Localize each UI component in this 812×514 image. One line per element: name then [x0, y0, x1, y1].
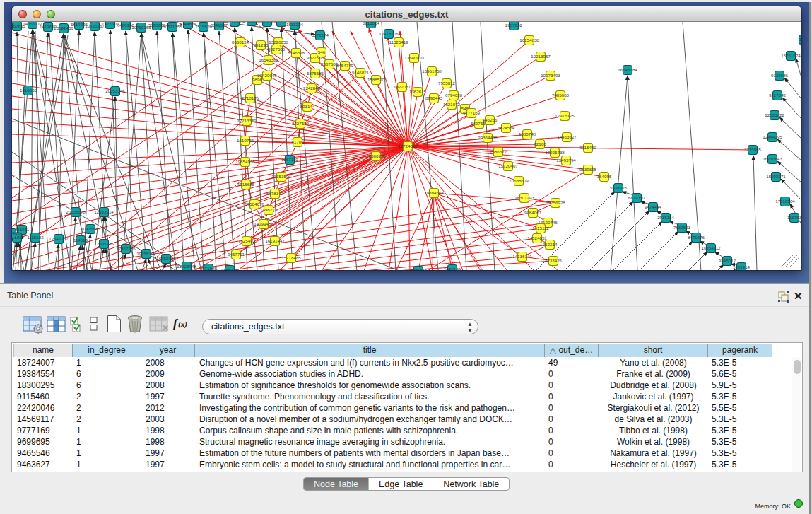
svg-text:16191447: 16191447	[265, 238, 285, 243]
svg-text:9896: 9896	[252, 77, 262, 82]
svg-text:3215955: 3215955	[744, 147, 762, 152]
svg-text:746266: 746266	[483, 117, 498, 122]
svg-text:2718176: 2718176	[242, 95, 259, 100]
svg-text:19654935: 19654935	[235, 159, 255, 164]
svg-text:13640910: 13640910	[404, 55, 424, 60]
svg-text:20206578: 20206578	[66, 209, 86, 214]
svg-text:114519: 114519	[73, 238, 88, 243]
svg-text:10973493: 10973493	[541, 73, 560, 78]
svg-text:2935114: 2935114	[657, 215, 674, 220]
svg-text:1499914: 1499914	[733, 264, 751, 269]
svg-text:2571945: 2571945	[200, 266, 218, 270]
svg-text:7485063: 7485063	[552, 93, 570, 98]
svg-text:15692971: 15692971	[766, 174, 786, 179]
svg-text:13353594: 13353594	[271, 174, 291, 179]
svg-text:164095: 164095	[597, 174, 612, 179]
svg-text:4668136: 4668136	[221, 267, 239, 270]
svg-text:9227342: 9227342	[769, 93, 787, 98]
svg-text:1527602: 1527602	[102, 22, 119, 26]
svg-text:12342757: 12342757	[49, 236, 69, 241]
svg-text:8990443: 8990443	[425, 95, 443, 100]
svg-text:1916685: 1916685	[237, 182, 255, 187]
svg-text:8454749: 8454749	[336, 63, 354, 68]
svg-text:(x): (x)	[178, 320, 187, 329]
svg-text:9474444: 9474444	[645, 204, 662, 209]
svg-text:3824554: 3824554	[498, 125, 515, 130]
svg-text:12418506: 12418506	[379, 31, 399, 36]
svg-text:14463627: 14463627	[557, 134, 577, 139]
svg-text:1498222: 1498222	[260, 207, 278, 212]
svg-text:12505135: 12505135	[94, 241, 114, 246]
svg-text:11325419: 11325419	[389, 40, 408, 45]
svg-text:3572274: 3572274	[312, 33, 329, 37]
svg-text:12444195: 12444195	[763, 134, 782, 139]
svg-text:9245012: 9245012	[719, 258, 736, 263]
svg-text:9329986: 9329986	[771, 73, 789, 78]
svg-text:16210643: 16210643	[763, 156, 782, 161]
svg-text:8427552: 8427552	[292, 121, 310, 126]
svg-text:9457791: 9457791	[228, 252, 245, 257]
svg-text:17957255: 17957255	[116, 246, 136, 251]
svg-text:7955812: 7955812	[438, 81, 456, 86]
svg-text:13495794: 13495794	[556, 158, 576, 163]
svg-text:12033822: 12033822	[765, 112, 784, 117]
svg-text:7515526: 7515526	[195, 24, 213, 29]
svg-text:5875685: 5875685	[307, 71, 324, 76]
svg-text:1733426: 1733426	[545, 258, 563, 263]
svg-text:1445199: 1445199	[444, 267, 461, 270]
svg-text:14099485: 14099485	[254, 221, 273, 226]
svg-text:9039695: 9039695	[579, 167, 597, 172]
svg-text:9827503: 9827503	[268, 47, 286, 52]
svg-text:1362615: 1362615	[409, 89, 427, 94]
svg-text:22420046: 22420046	[257, 73, 277, 78]
svg-text:13226058: 13226058	[269, 40, 288, 45]
svg-text:19384554: 19384554	[424, 190, 444, 195]
svg-text:16154838: 16154838	[519, 37, 539, 42]
svg-text:891295: 891295	[254, 42, 269, 47]
svg-text:8813054: 8813054	[363, 22, 380, 25]
svg-text:16648784: 16648784	[618, 67, 637, 72]
svg-text:62160: 62160	[534, 141, 546, 146]
svg-text:17010504: 17010504	[775, 199, 795, 204]
svg-text:18724007: 18724007	[398, 144, 418, 148]
svg-text:12393914: 12393914	[94, 209, 114, 214]
svg-text:14136141: 14136141	[512, 254, 532, 259]
svg-text:1322037: 1322037	[394, 84, 411, 89]
svg-text:6794028: 6794028	[445, 93, 463, 98]
svg-text:1616603: 1616603	[20, 88, 37, 93]
svg-text:8660124: 8660124	[232, 40, 249, 45]
svg-text:1115682: 1115682	[27, 235, 44, 240]
svg-text:803144: 803144	[300, 104, 315, 109]
svg-text:9777169: 9777169	[463, 110, 481, 115]
svg-text:1615112: 1615112	[532, 226, 549, 230]
svg-text:8471676: 8471676	[688, 235, 705, 240]
svg-text:1080748: 1080748	[519, 132, 536, 136]
svg-text:9478454: 9478454	[410, 268, 428, 270]
svg-text:9115460: 9115460	[579, 145, 596, 150]
svg-text:10688609: 10688609	[509, 178, 529, 183]
svg-text:4744854: 4744854	[180, 22, 197, 26]
svg-text:5938923: 5938923	[610, 185, 628, 190]
svg-text:7625402: 7625402	[238, 238, 256, 243]
svg-text:41700: 41700	[291, 139, 304, 144]
svg-text:252214: 252214	[543, 242, 558, 247]
svg-text:14524851: 14524851	[527, 235, 547, 240]
svg-text:15751074: 15751074	[781, 53, 801, 58]
svg-text:8146328: 8146328	[288, 50, 305, 55]
svg-text:19756928: 19756928	[546, 200, 565, 205]
svg-text:2367608: 2367608	[321, 62, 339, 66]
svg-text:18300295: 18300295	[366, 153, 386, 158]
svg-text:6879197: 6879197	[628, 195, 646, 200]
svg-text:1621072: 1621072	[443, 102, 461, 107]
svg-text:3267110: 3267110	[281, 157, 298, 162]
svg-text:10025438: 10025438	[545, 150, 565, 155]
svg-text:2087662: 2087662	[505, 23, 523, 28]
svg-text:7632621: 7632621	[673, 225, 691, 230]
svg-text:12213967: 12213967	[531, 54, 551, 59]
svg-text:546: 546	[318, 49, 326, 54]
svg-text:1588520: 1588520	[367, 77, 385, 82]
svg-text:16543382: 16543382	[259, 57, 278, 62]
svg-text:9084067: 9084067	[524, 210, 542, 215]
svg-text:16961758: 16961758	[422, 69, 442, 74]
svg-text:9146821: 9146821	[352, 70, 370, 75]
